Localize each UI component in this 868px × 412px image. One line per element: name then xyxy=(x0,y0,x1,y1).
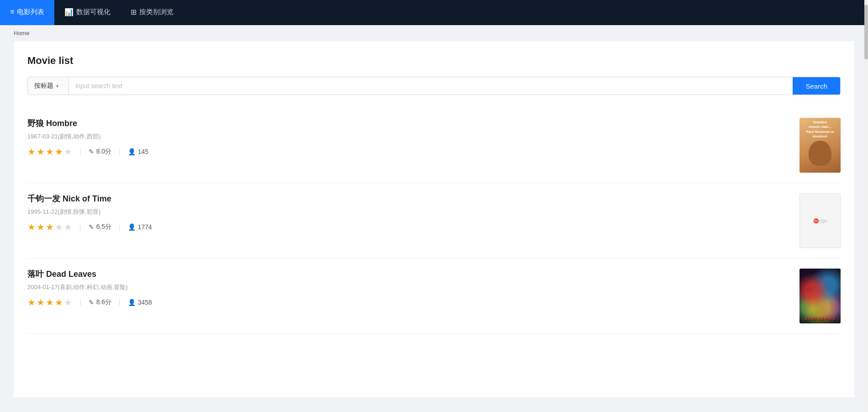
main-container: Movie list 按标题 ▾ Search 野狼 Hombre 1967-0… xyxy=(14,41,854,397)
star-5: ★ xyxy=(64,297,72,308)
search-bar: 按标题 ▾ Search xyxy=(27,77,841,95)
nav-label-browse: 按类别浏览 xyxy=(139,8,174,16)
navbar: ≡ 电影列表 📊 数据可视化 ⊞ 按类别浏览 xyxy=(0,0,868,25)
divider: | xyxy=(79,148,81,155)
search-dropdown-label: 按标题 xyxy=(34,82,53,90)
rating-count: 👤 3458 xyxy=(128,299,152,306)
star-3: ★ xyxy=(46,297,54,308)
user-icon: 👤 xyxy=(128,223,136,231)
rating-count: 👤 145 xyxy=(128,148,148,155)
star-5: ★ xyxy=(64,146,72,157)
star-3: ★ xyxy=(46,146,54,157)
movie-content: 野狼 Hombre 1967-03-21(剧情,动作,西部) ★ ★ ★ ★ ★… xyxy=(27,118,790,157)
rating-score: ✎ 8.0分 xyxy=(89,148,111,156)
rating-count: 👤 1774 xyxy=(128,223,152,231)
divider2: | xyxy=(119,299,121,306)
movie-stars: ★ ★ ★ ★ ★ xyxy=(27,222,72,232)
movie-stars: ★ ★ ★ ★ ★ xyxy=(27,297,72,308)
movie-rating: ★ ★ ★ ★ ★ | ✎ 6.5分 | 👤 1774 xyxy=(27,222,790,232)
star-1: ★ xyxy=(27,146,36,157)
divider2: | xyxy=(119,223,121,231)
breadcrumb: Home xyxy=(0,25,868,41)
movie-content: 千钧一发 Nick of Time 1995-11-22(剧情,惊悚,犯罪) ★… xyxy=(27,193,790,232)
movie-meta: 2004-01-17(喜剧,动作,科幻,动画,冒险) xyxy=(27,283,790,291)
movie-poster-deadleaves: DEAD LEAVES xyxy=(800,269,841,323)
star-3: ★ xyxy=(46,222,54,232)
movie-date: 1995-11-22 xyxy=(27,208,58,215)
movie-title[interactable]: 千钧一发 Nick of Time xyxy=(27,193,790,204)
star-2: ★ xyxy=(37,297,45,308)
divider: | xyxy=(79,299,81,306)
pencil-icon: ✎ xyxy=(89,148,94,155)
star-2: ★ xyxy=(37,146,45,157)
movie-content: 落叶 Dead Leaves 2004-01-17(喜剧,动作,科幻,动画,冒险… xyxy=(27,269,790,308)
scrollbar-track[interactable] xyxy=(864,0,868,412)
star-2: ★ xyxy=(37,222,45,232)
search-button[interactable]: Search xyxy=(793,77,840,95)
barchart-icon: 📊 xyxy=(64,8,74,16)
movie-poster-broken: ⛔logo xyxy=(800,193,841,248)
movie-title[interactable]: 野狼 Hombre xyxy=(27,118,790,129)
movie-genres: 剧情,惊悚,犯罪 xyxy=(60,208,99,215)
nav-item-dataviz[interactable]: 📊 数据可视化 xyxy=(54,0,121,25)
search-input[interactable] xyxy=(69,77,793,95)
movie-item: 落叶 Dead Leaves 2004-01-17(喜剧,动作,科幻,动画,冒险… xyxy=(27,259,841,334)
search-dropdown[interactable]: 按标题 ▾ xyxy=(28,77,69,95)
nav-item-movies[interactable]: ≡ 电影列表 xyxy=(0,0,54,25)
movie-item: 千钧一发 Nick of Time 1995-11-22(剧情,惊悚,犯罪) ★… xyxy=(27,183,841,259)
movie-stars: ★ ★ ★ ★ ★ xyxy=(27,146,72,157)
movie-title[interactable]: 落叶 Dead Leaves xyxy=(27,269,790,280)
score-value: 8.0分 xyxy=(96,148,111,156)
user-icon: 👤 xyxy=(128,148,136,155)
nav-label-movies: 电影列表 xyxy=(17,8,44,16)
grid-icon: ⊞ xyxy=(131,8,137,16)
chevron-down-icon: ▾ xyxy=(56,83,59,89)
movie-meta: 1967-03-21(剧情,动作,西部) xyxy=(27,132,790,141)
score-value: 6.5分 xyxy=(96,223,111,231)
star-4: ★ xyxy=(55,297,63,308)
movie-date: 1967-03-21 xyxy=(27,133,58,140)
movie-genres: 剧情,动作,西部 xyxy=(60,133,99,140)
scrollbar-thumb[interactable] xyxy=(864,5,868,59)
star-4: ★ xyxy=(55,222,63,232)
divider2: | xyxy=(119,148,121,155)
nav-label-dataviz: 数据可视化 xyxy=(76,8,110,16)
pencil-icon: ✎ xyxy=(89,223,94,231)
pencil-icon: ✎ xyxy=(89,299,94,306)
rating-score: ✎ 6.5分 xyxy=(89,223,111,231)
count-value: 145 xyxy=(138,148,148,155)
star-1: ★ xyxy=(27,222,36,232)
page-title: Movie list xyxy=(27,55,841,67)
user-icon: 👤 xyxy=(128,299,136,306)
count-value: 1774 xyxy=(138,223,152,231)
count-value: 3458 xyxy=(138,299,152,306)
movie-meta: 1995-11-22(剧情,惊悚,犯罪) xyxy=(27,208,790,216)
star-4: ★ xyxy=(55,146,63,157)
movie-rating: ★ ★ ★ ★ ★ | ✎ 8.6分 | 👤 3458 xyxy=(27,297,790,308)
divider: | xyxy=(79,223,81,231)
score-value: 8.6分 xyxy=(96,298,111,306)
nav-item-browse[interactable]: ⊞ 按类别浏览 xyxy=(121,0,184,25)
movie-rating: ★ ★ ★ ★ ★ | ✎ 8.0分 | 👤 145 xyxy=(27,146,790,157)
movie-item: 野狼 Hombre 1967-03-21(剧情,动作,西部) ★ ★ ★ ★ ★… xyxy=(27,108,841,183)
star-5: ★ xyxy=(64,222,72,232)
movie-poster-hombre: Hombremeans man...Paul Newman isHombre! xyxy=(800,118,841,173)
star-1: ★ xyxy=(27,297,36,308)
movie-date: 2004-01-17 xyxy=(27,284,58,291)
menu-icon: ≡ xyxy=(10,8,14,16)
rating-score: ✎ 8.6分 xyxy=(89,298,111,306)
breadcrumb-home[interactable]: Home xyxy=(14,30,30,37)
movie-genres: 喜剧,动作,科幻,动画,冒险 xyxy=(60,284,126,291)
